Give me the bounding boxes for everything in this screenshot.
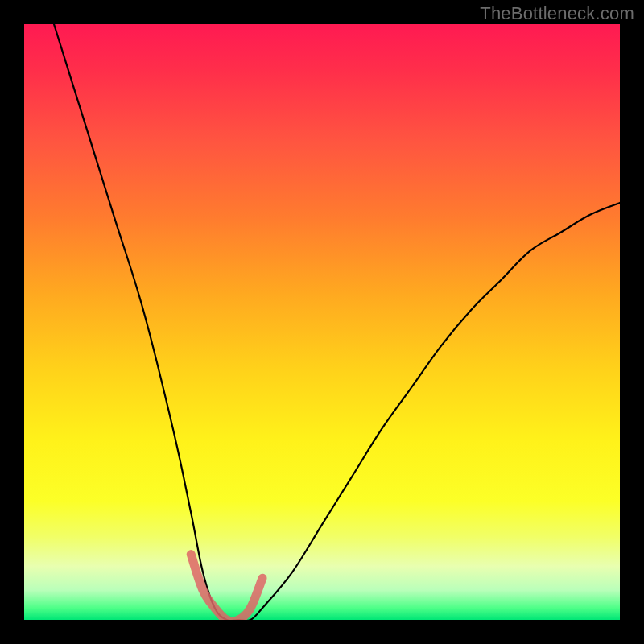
watermark-text: TheBottleneck.com <box>480 3 634 24</box>
bottleneck-curve-path <box>54 24 620 620</box>
chart-frame: TheBottleneck.com <box>0 0 644 644</box>
curve-layer <box>24 24 620 620</box>
plot-area <box>24 24 620 620</box>
